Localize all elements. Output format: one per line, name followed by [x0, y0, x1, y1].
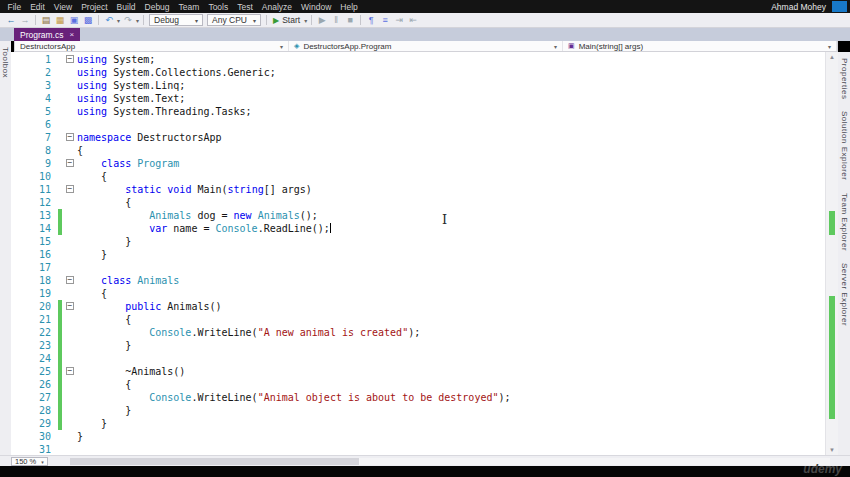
- menu-window[interactable]: Window: [297, 2, 336, 12]
- user-name[interactable]: Ahmad Mohey: [771, 2, 826, 12]
- code-line-27[interactable]: 27 Console.WriteLine("Animal object is a…: [11, 391, 825, 404]
- collapse-icon[interactable]: −: [66, 302, 74, 310]
- redo-icon[interactable]: ↷: [121, 14, 135, 27]
- indent-icon[interactable]: ⇥: [392, 14, 406, 27]
- code-line-18[interactable]: 18− class Animals: [11, 274, 825, 287]
- tab-program-cs[interactable]: Program.cs ×: [14, 28, 80, 41]
- menu-edit[interactable]: Edit: [26, 2, 50, 12]
- menu-view[interactable]: View: [49, 2, 76, 12]
- panel-tab-solution-explorer[interactable]: Solution Explorer: [840, 111, 849, 180]
- code-line-6[interactable]: 6: [11, 118, 825, 131]
- code-line-23[interactable]: 23 }: [11, 339, 825, 352]
- breadcrumb-item-2[interactable]: ◈DestructorsApp.Program▾: [289, 41, 563, 51]
- collapse-icon[interactable]: −: [66, 55, 74, 63]
- menu-analyze[interactable]: Analyze: [257, 2, 296, 12]
- code-line-30[interactable]: 30}: [11, 430, 825, 443]
- menu-project[interactable]: Project: [77, 2, 112, 12]
- code-line-29[interactable]: 29 }: [11, 417, 825, 430]
- scroll-up-icon[interactable]: ▲: [826, 54, 838, 60]
- code-line-3[interactable]: 3using System.Linq;: [11, 79, 825, 92]
- open-file-icon[interactable]: ▦: [53, 14, 67, 27]
- fold-margin: [62, 144, 77, 157]
- menu-team[interactable]: Team: [174, 2, 204, 12]
- nav-back-icon[interactable]: ←: [4, 14, 18, 27]
- dropdown-chevron-icon[interactable]: ▾: [304, 17, 307, 24]
- zoom-select[interactable]: 150 % ▾: [11, 457, 48, 466]
- save-icon[interactable]: ▣: [67, 14, 81, 27]
- dropdown-chevron-icon[interactable]: ▾: [136, 17, 139, 24]
- code-line-9[interactable]: 9− class Program: [11, 157, 825, 170]
- vertical-scrollbar[interactable]: ▲ ▼: [825, 52, 838, 455]
- code-line-31[interactable]: 31: [11, 443, 825, 455]
- collapse-icon[interactable]: −: [66, 133, 74, 141]
- menu-file[interactable]: File: [3, 2, 26, 12]
- horizontal-scroll-thumb[interactable]: [70, 458, 359, 465]
- code-line-20[interactable]: 20− public Animals(): [11, 300, 825, 313]
- code-line-28[interactable]: 28 }: [11, 404, 825, 417]
- code-line-25[interactable]: 25− ~Animals(): [11, 365, 825, 378]
- code-text: Animals dog = new Animals();: [77, 209, 318, 222]
- new-file-icon[interactable]: ▤: [39, 14, 53, 27]
- code-line-4[interactable]: 4using System.Text;: [11, 92, 825, 105]
- line-number: 9: [11, 157, 58, 170]
- panel-tab-properties[interactable]: Properties: [840, 58, 849, 99]
- breadcrumb-item-3[interactable]: ▣Main(string[] args)▾: [563, 41, 837, 51]
- save-all-icon[interactable]: ▩: [81, 14, 95, 27]
- code-text: using System;: [77, 53, 155, 66]
- run-icon[interactable]: ▶: [315, 14, 329, 27]
- horizontal-scrollbar[interactable]: [70, 458, 830, 465]
- code-line-7[interactable]: 7−namespace DestructorsApp: [11, 131, 825, 144]
- collapse-icon[interactable]: −: [66, 367, 74, 375]
- collapse-icon[interactable]: −: [66, 185, 74, 193]
- panel-tab-team-explorer[interactable]: Team Explorer: [840, 193, 849, 251]
- code-line-15[interactable]: 15 }: [11, 235, 825, 248]
- code-line-2[interactable]: 2using System.Collections.Generic;: [11, 66, 825, 79]
- dropdown-chevron-icon[interactable]: ▾: [117, 17, 120, 24]
- collapse-icon[interactable]: −: [66, 276, 74, 284]
- pause-icon[interactable]: ‖: [329, 14, 343, 27]
- code-line-8[interactable]: 8{: [11, 144, 825, 157]
- chevron-down-icon[interactable]: ▾: [828, 43, 831, 50]
- code-line-12[interactable]: 12 {: [11, 196, 825, 209]
- comment-icon[interactable]: ≡: [378, 14, 392, 27]
- code-line-5[interactable]: 5using System.Threading.Tasks;: [11, 105, 825, 118]
- panel-tab-toolbox[interactable]: Toolbox: [1, 47, 10, 78]
- code-line-13[interactable]: 13 Animals dog = new Animals();: [11, 209, 825, 222]
- scroll-down-icon[interactable]: ▼: [826, 447, 838, 453]
- code-line-14[interactable]: 14 var name = Console.ReadLine();: [11, 222, 825, 235]
- menu-help[interactable]: Help: [336, 2, 362, 12]
- account-badge-icon[interactable]: [832, 1, 847, 12]
- code-line-22[interactable]: 22 Console.WriteLine("A new animal is cr…: [11, 326, 825, 339]
- code-text: static void Main(string[] args): [77, 183, 312, 196]
- menu-debug[interactable]: Debug: [140, 2, 174, 12]
- code-line-11[interactable]: 11− static void Main(string[] args): [11, 183, 825, 196]
- configuration-dropdown[interactable]: Debug▾: [149, 14, 203, 26]
- code-editor[interactable]: 1−using System;2using System.Collections…: [11, 52, 838, 455]
- undo-icon[interactable]: ↶: [102, 14, 116, 27]
- code-line-24[interactable]: 24: [11, 352, 825, 365]
- close-icon[interactable]: ×: [69, 30, 74, 39]
- start-button[interactable]: ▶Start: [273, 15, 300, 25]
- code-line-26[interactable]: 26 {: [11, 378, 825, 391]
- menu-tools[interactable]: Tools: [204, 2, 233, 12]
- menu-test[interactable]: Test: [233, 2, 258, 12]
- chevron-down-icon[interactable]: ▾: [280, 43, 283, 50]
- chevron-down-icon[interactable]: ▾: [554, 43, 557, 50]
- nav-forward-icon[interactable]: →: [18, 14, 32, 27]
- breadcrumb-item-1[interactable]: DestructorsApp▾: [15, 41, 289, 51]
- show-whitespace-icon[interactable]: ¶: [364, 14, 378, 27]
- menu-build[interactable]: Build: [112, 2, 140, 12]
- outdent-icon[interactable]: ⇤: [406, 14, 420, 27]
- code-line-17[interactable]: 17: [11, 261, 825, 274]
- code-line-1[interactable]: 1−using System;: [11, 53, 825, 66]
- code-line-10[interactable]: 10 {: [11, 170, 825, 183]
- code-line-16[interactable]: 16 }: [11, 248, 825, 261]
- line-number: 20: [11, 300, 58, 313]
- platform-dropdown[interactable]: Any CPU▾: [207, 14, 261, 26]
- stop-icon[interactable]: ■: [343, 14, 357, 27]
- panel-tab-server-explorer[interactable]: Server Explorer: [840, 263, 849, 326]
- code-line-21[interactable]: 21 {: [11, 313, 825, 326]
- code-line-19[interactable]: 19 {: [11, 287, 825, 300]
- collapse-icon[interactable]: −: [66, 159, 74, 167]
- line-number: 18: [11, 274, 58, 287]
